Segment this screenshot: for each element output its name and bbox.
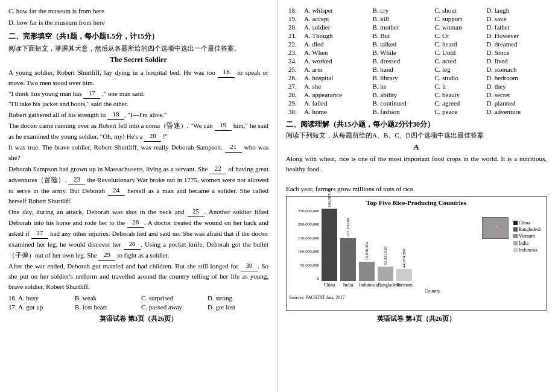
rice-chart: Top Five Rice-Producing Countries China …	[286, 196, 547, 311]
option-d: D. how far is the museum from here	[8, 17, 268, 28]
blank-23: 23	[68, 174, 85, 185]
right-page-footer: 英语试卷 第4页（共26页）	[286, 314, 547, 323]
blank-27: 27	[31, 228, 48, 239]
blank-17: 17	[83, 88, 100, 99]
passage-text: A young soldier, Robert Shurtliff, lay d…	[8, 67, 268, 292]
vocab-row-20: 20. A. soldier B. mother C. woman D. fat…	[286, 23, 547, 31]
left-page-footer: 英语试卷 第3页（共26页）	[8, 314, 268, 323]
blank-26: 26	[127, 217, 144, 228]
bar-vietnam: 44,974,206	[396, 248, 412, 281]
reading-section-title: 二、阅读理解（共15小题，每小题2分计30分）	[286, 119, 547, 130]
vocab-row-29: 29. A. failed B. continued C. agreed D. …	[286, 99, 547, 107]
blank-16: 16	[218, 67, 235, 78]
bar-bangladesh: 52,321,620	[378, 246, 393, 281]
bar-india: 157,200,000	[340, 218, 356, 281]
blank-24: 24	[108, 185, 125, 196]
opt-16-c: C. surprised	[141, 294, 201, 302]
vocab-row-19: 19. A. accept B. kill C. support D. save	[286, 14, 547, 23]
vocab-options-table: 18. A. whisper B. cry C. shout D. laugh …	[286, 6, 547, 116]
section2-instruction: 阅读下面短文，掌握其大意，然后从各题所给的四个选项中选出一个最佳答案。	[8, 44, 268, 53]
answer-options-16-17: 16. A. busy B. weak C. surprised D. stro…	[8, 294, 268, 311]
opt-16-b: B. weak	[75, 294, 135, 302]
vocab-row-23: 23. A. When B. While C. Until D. Since	[286, 48, 547, 57]
y-axis-labels: 250,000,000 200,000,000 150,000,000 100,…	[289, 209, 320, 281]
blank-30: 30	[241, 261, 258, 271]
left-page: C. how far the museum is from here D. ho…	[0, 0, 278, 392]
vocab-row-25: 25. A. arm B. hand C. leg D. stomach	[286, 65, 547, 74]
vocab-row-27: 27. A. she B. he C. it D. they	[286, 82, 547, 90]
chart-source: Sources: FAOSTAT data, 2017	[289, 295, 544, 300]
x-axis-labels: China India Indonesia Bangladesh Vietnam	[289, 282, 544, 288]
blank-28: 28	[124, 239, 141, 250]
option-c: C. how far the museum is from here	[8, 6, 268, 16]
x-axis-title: Country	[289, 288, 544, 294]
opt-17-c: C. passed away	[141, 303, 201, 311]
vocab-row-24: 24. A. worked B. dressed C. acted D. liv…	[286, 57, 547, 65]
right-page: 18. A. whisper B. cry C. shout D. laugh …	[278, 0, 555, 392]
blank-29: 29	[98, 250, 115, 261]
vocab-row-28: 28. A. appearance B. ability C. beauty D…	[286, 90, 547, 99]
reading-section-inst: 阅读下列短文，从每题所给的A、B、C、D四个选项中选出最佳答案	[286, 131, 547, 140]
blank-21: 21	[225, 142, 242, 153]
bar-indonesia: 70,846,462	[359, 241, 375, 281]
blank-19: 19	[215, 120, 232, 131]
opt-16-label: 16. A. busy	[8, 294, 69, 302]
opt-16-d: D. strong	[208, 294, 268, 302]
story-title: The Secret Soldier	[8, 55, 268, 65]
opt-17-label: 17. A. got up	[8, 303, 69, 311]
vocab-row-18: 18. A. whisper B. cry C. shout D. laugh	[286, 6, 547, 14]
passage-a-title: A	[286, 142, 547, 152]
section2-title: 二、完形填空（共1题，每小题1.5分，计15分）	[8, 31, 268, 42]
blank-22: 22	[209, 163, 226, 174]
vocab-row-26: 26. A. hospital B. library C. studio D. …	[286, 74, 547, 82]
blank-18: 18	[107, 109, 124, 120]
vocab-row-30: 30. A. home B. fashion C. peace D. adven…	[286, 107, 547, 116]
bar-china: 266,507,400	[322, 188, 337, 281]
blank-20: 20	[144, 131, 161, 142]
vocab-row-21: 21. A. Though B. But C. Or D. However	[286, 31, 547, 40]
vocab-row-22: 22. A. died B. talked C. heard D. dreame…	[286, 40, 547, 48]
chart-bars: 266,507,400 157,200,000 70,846,462	[322, 209, 412, 281]
opt-17-b: B. lost heart	[75, 303, 135, 311]
blank-25: 25	[188, 206, 205, 217]
opt-17-d: D. got lost	[208, 303, 268, 311]
